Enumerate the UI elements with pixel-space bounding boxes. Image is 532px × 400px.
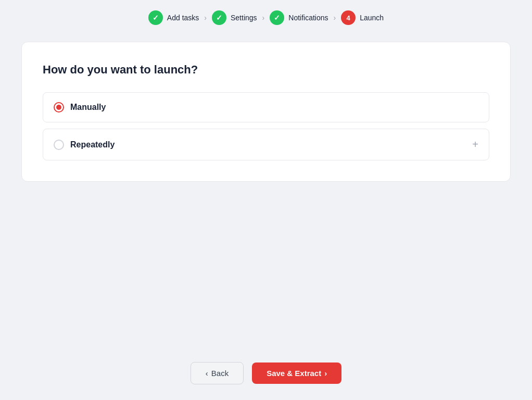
plus-icon: + [472,139,478,151]
check-icon-2: ✓ [216,14,222,22]
step-launch-number: 4 [347,14,350,22]
save-button-label: Save & Extract [267,369,321,378]
bottom-bar: ‹ Back Save & Extract › [0,352,532,400]
step-settings-icon: ✓ [212,10,226,25]
chevron-icon-1: › [204,14,207,22]
step-launch-icon: 4 [341,10,356,25]
back-chevron-icon: ‹ [206,369,208,378]
step-notifications-icon: ✓ [270,10,284,25]
step-launch-label: Launch [360,14,384,22]
step-launch: 4 Launch [341,10,384,25]
card-title: How do you want to launch? [43,63,489,77]
step-settings-label: Settings [231,14,257,22]
check-icon: ✓ [153,14,159,22]
chevron-icon-3: › [334,14,336,22]
forward-chevron-icon: › [324,369,327,378]
check-icon-3: ✓ [274,14,280,22]
back-button[interactable]: ‹ Back [191,362,244,384]
repeatedly-label: Repeatedly [70,140,466,149]
save-extract-button[interactable]: Save & Extract › [252,362,341,384]
launch-card: How do you want to launch? Manually Repe… [21,42,511,182]
repeatedly-option[interactable]: Repeatedly + [43,129,489,160]
manually-label: Manually [70,103,478,112]
step-notifications: ✓ Notifications [270,10,328,25]
stepper: ✓ Add tasks › ✓ Settings › ✓ Notificatio… [0,0,532,33]
chevron-icon-2: › [262,14,265,22]
repeatedly-radio[interactable] [54,140,64,150]
manually-option[interactable]: Manually [43,92,489,122]
step-add-tasks-label: Add tasks [167,14,199,22]
step-settings: ✓ Settings [212,10,257,25]
step-notifications-label: Notifications [288,14,328,22]
manually-radio[interactable] [54,102,64,113]
step-add-tasks: ✓ Add tasks [148,10,199,25]
main-content: How do you want to launch? Manually Repe… [0,33,532,352]
step-add-tasks-icon: ✓ [148,10,163,25]
back-button-label: Back [211,369,229,378]
